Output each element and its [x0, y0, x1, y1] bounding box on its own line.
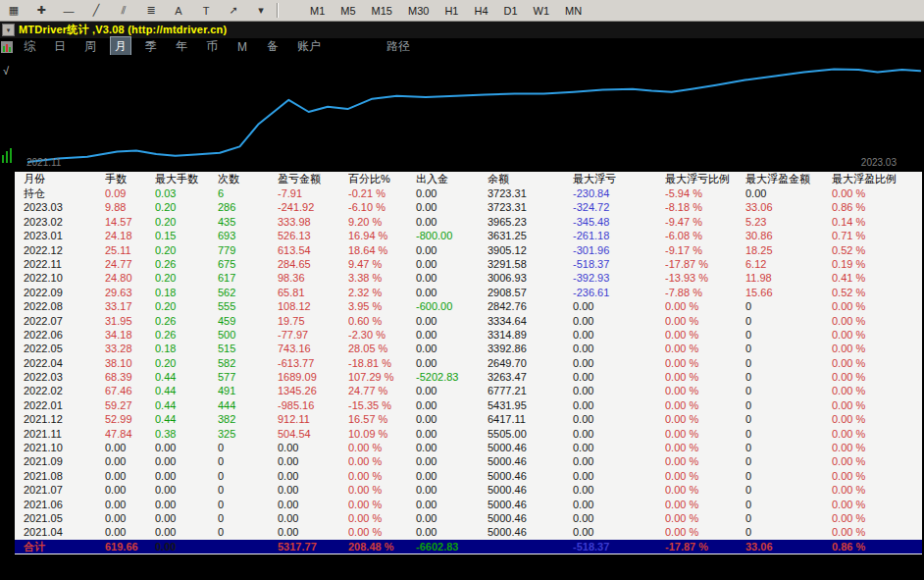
- cell: 0.15: [155, 229, 218, 242]
- cell: 19.75: [278, 314, 348, 328]
- cell: 合计: [24, 540, 105, 554]
- cell: 577: [218, 370, 278, 384]
- arrows-icon[interactable]: ➚: [223, 1, 244, 21]
- cell: 0.09: [105, 186, 155, 200]
- cell: 0.00: [278, 454, 348, 468]
- tab-日[interactable]: 日: [49, 36, 71, 57]
- cell: 0.00 %: [832, 511, 922, 525]
- cell: 0.00 %: [832, 328, 922, 342]
- cell: 0.00: [416, 286, 488, 299]
- cell: 3263.47: [488, 370, 573, 384]
- cell: -7.88 %: [665, 286, 745, 299]
- cell: 0.00: [155, 441, 218, 454]
- channel-icon[interactable]: ⫽: [113, 1, 134, 21]
- tab-综[interactable]: 综: [19, 36, 40, 57]
- cell: 47.84: [105, 427, 155, 441]
- cell: 5505.00: [488, 427, 573, 441]
- cell: 2022.02: [24, 384, 105, 397]
- cell: 2022.07: [24, 314, 105, 328]
- cell: 65.81: [278, 286, 348, 299]
- timeframe-d1[interactable]: D1: [499, 2, 523, 20]
- table-row: 2022.0438.100.20582-613.77-18.81 %0.0026…: [15, 356, 922, 370]
- timeframe-mn[interactable]: MN: [560, 2, 587, 20]
- tab-M[interactable]: M: [231, 38, 253, 56]
- timeframe-h1[interactable]: H1: [439, 2, 463, 20]
- cell: 333.98: [278, 215, 348, 229]
- cell: 0.00: [278, 525, 348, 539]
- text-label-icon[interactable]: T: [195, 1, 217, 21]
- cell: 0.00: [416, 511, 488, 525]
- crosshair-icon[interactable]: ✚: [30, 1, 52, 21]
- tab-季[interactable]: 季: [140, 36, 162, 57]
- tab-账户[interactable]: 账户: [292, 36, 326, 57]
- arrows-dropdown-icon[interactable]: ▾: [250, 1, 272, 21]
- cell: 0.00 %: [832, 454, 922, 468]
- chart-title: MTDriver统计 ,V3.08 (http://mtdriver.cn): [19, 23, 227, 37]
- table-row: 2022.0368.390.445771689.09107.29 %-5202.…: [15, 370, 922, 384]
- cell: 0.44: [155, 370, 218, 384]
- cell: 0.00: [573, 412, 665, 426]
- cell: 0.00 %: [348, 511, 416, 525]
- tab-年[interactable]: 年: [171, 36, 192, 57]
- timeframe-h4[interactable]: H4: [469, 2, 492, 20]
- cell: 2021.05: [24, 511, 105, 525]
- tab-备[interactable]: 备: [262, 36, 283, 57]
- cell: 515: [218, 342, 278, 355]
- cell: -6.10 %: [348, 200, 416, 214]
- cell: 0: [745, 469, 832, 483]
- table-row: 2022.0159.270.44444-985.16-15.35 %0.0054…: [15, 398, 922, 412]
- cell: 0.00: [573, 299, 665, 313]
- cell: 15.66: [745, 286, 832, 299]
- table-row: 2022.1024.800.2061798.363.38 %0.003006.9…: [15, 271, 922, 285]
- window-menu-icon[interactable]: ▾: [2, 24, 15, 36]
- cell: 0.00: [573, 398, 665, 412]
- cell: -2.30 %: [348, 328, 416, 342]
- cell: 0.86 %: [832, 540, 922, 554]
- tab-币[interactable]: 币: [201, 36, 223, 57]
- cell: 2908.57: [488, 286, 573, 299]
- cell: 3965.23: [488, 215, 573, 229]
- cell: 2021.11: [24, 427, 105, 441]
- cell: 0.00: [105, 525, 155, 539]
- timeframe-m1[interactable]: M1: [305, 2, 330, 20]
- cell: 31.95: [105, 314, 155, 328]
- cell: 0.00: [416, 412, 488, 426]
- cell: 3.38 %: [348, 271, 416, 285]
- cell: 68.39: [105, 370, 155, 384]
- fibonacci-icon[interactable]: ≣: [140, 1, 162, 21]
- cell: 28.05 %: [348, 342, 416, 355]
- timeframe-w1[interactable]: W1: [529, 2, 555, 20]
- cell: -518.37: [573, 540, 665, 554]
- cell: 0.00 %: [348, 469, 416, 483]
- stats-tabs: 综日周月季年币M备账户: [19, 36, 326, 57]
- cell: 0.00: [416, 483, 488, 497]
- cell: 0: [745, 454, 832, 468]
- bar-chart-icon[interactable]: ▦: [3, 1, 25, 21]
- timeframe-m5[interactable]: M5: [335, 2, 360, 20]
- cell: 3723.31: [488, 200, 573, 214]
- cell: 286: [218, 200, 278, 214]
- cell: 33.28: [105, 342, 155, 355]
- cell: -5202.83: [416, 370, 488, 384]
- cell: 0.00 %: [832, 314, 922, 328]
- trendline-icon[interactable]: ╱: [85, 1, 107, 21]
- horizontal-line-icon[interactable]: —: [58, 1, 79, 21]
- cell: 0.44: [155, 384, 218, 397]
- cell: 0.00 %: [665, 398, 745, 412]
- cell: 0.00: [105, 483, 155, 497]
- cell: 3.95 %: [348, 299, 416, 313]
- cell: -800.00: [416, 229, 488, 242]
- tab-月[interactable]: 月: [110, 36, 131, 57]
- cell: 0: [745, 370, 832, 384]
- cell: 0.00 %: [348, 483, 416, 497]
- tab-周[interactable]: 周: [79, 36, 101, 57]
- cell: 59.27: [105, 398, 155, 412]
- cell: 0.00 %: [832, 498, 922, 511]
- cell: 613.54: [278, 243, 348, 257]
- cell: -8.18 %: [665, 200, 745, 214]
- cell: 0.00 %: [665, 328, 745, 342]
- timeframe-m30[interactable]: M30: [403, 2, 434, 20]
- timeframe-m15[interactable]: M15: [367, 2, 397, 20]
- cell: -17.87 %: [665, 257, 745, 271]
- text-icon[interactable]: A: [168, 1, 189, 21]
